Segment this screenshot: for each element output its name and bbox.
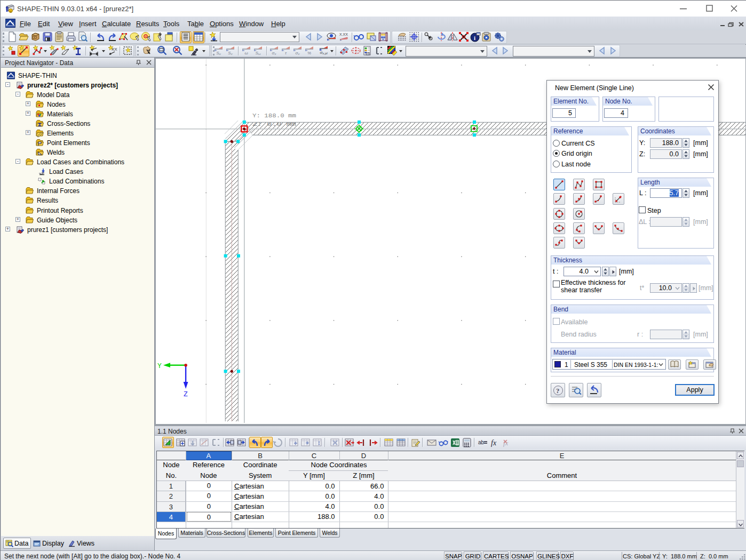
- svg-text:σx: σx: [272, 51, 277, 55]
- svg-text:%: %: [307, 51, 311, 55]
- svg-text:Z: Z: [184, 390, 188, 398]
- svg-text:Sv: Sv: [228, 51, 233, 55]
- svg-text:Y: Y: [157, 362, 162, 370]
- svg-text:X.XX: X.XX: [339, 33, 348, 36]
- svg-text:g: g: [10, 9, 12, 13]
- svg-text:Sω: Sω: [255, 51, 260, 55]
- svg-text:ω: ω: [244, 51, 248, 55]
- svg-text:XX: XX: [112, 47, 117, 52]
- svg-text:Y: 188.0 mm: Y: 188.0 mm: [252, 113, 296, 119]
- svg-text:ab: ab: [478, 439, 485, 445]
- svg-text:i: i: [474, 35, 475, 41]
- svg-text:τ: τ: [285, 51, 287, 55]
- svg-text:σv: σv: [296, 51, 300, 55]
- svg-text:?: ?: [556, 387, 560, 395]
- svg-text:σx,pl: σx,pl: [320, 50, 328, 55]
- svg-text:fx: fx: [491, 439, 497, 447]
- svg-text:Su: Su: [216, 51, 221, 55]
